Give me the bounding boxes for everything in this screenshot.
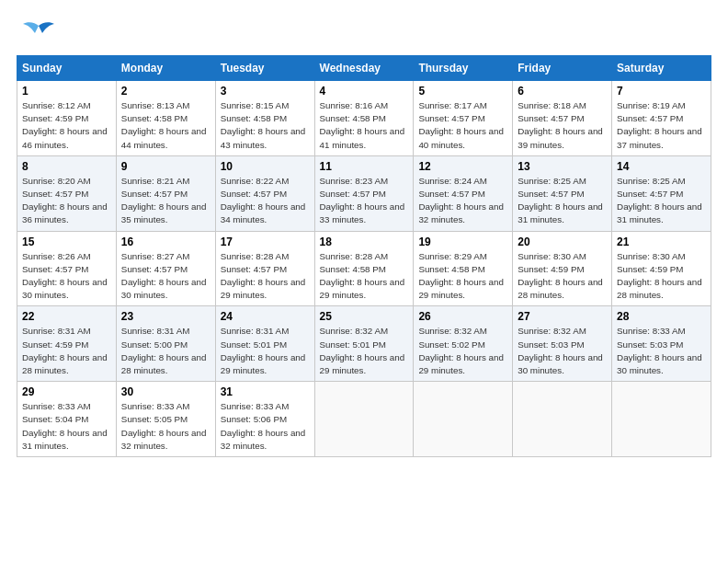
calendar-cell: 20 Sunrise: 8:30 AMSunset: 4:59 PMDaylig… [513,231,612,306]
weekday-header-thursday: Thursday [414,56,513,81]
calendar-cell: 18 Sunrise: 8:28 AMSunset: 4:58 PMDaylig… [314,231,414,306]
calendar-cell: 17 Sunrise: 8:28 AMSunset: 4:57 PMDaylig… [215,231,314,306]
day-info: Sunrise: 8:23 AMSunset: 4:57 PMDaylight:… [320,175,409,227]
day-number: 26 [418,310,507,323]
day-info: Sunrise: 8:31 AMSunset: 5:00 PMDaylight:… [121,325,210,377]
day-number: 14 [617,160,706,173]
day-info: Sunrise: 8:28 AMSunset: 4:58 PMDaylight:… [320,250,409,303]
calendar-cell: 9 Sunrise: 8:21 AMSunset: 4:57 PMDayligh… [116,155,215,231]
day-info: Sunrise: 8:30 AMSunset: 4:59 PMDaylight:… [518,250,607,303]
calendar-week-5: 29 Sunrise: 8:33 AMSunset: 5:04 PMDaylig… [17,382,711,457]
day-info: Sunrise: 8:27 AMSunset: 4:57 PMDaylight:… [121,250,210,303]
day-number: 10 [221,160,310,173]
day-number: 7 [617,85,706,98]
calendar-cell: 12 Sunrise: 8:24 AMSunset: 4:57 PMDaylig… [414,155,513,231]
day-info: Sunrise: 8:19 AMSunset: 4:57 PMDaylight:… [617,99,706,152]
day-info: Sunrise: 8:33 AMSunset: 5:05 PMDaylight:… [121,400,210,453]
calendar-cell: 3 Sunrise: 8:15 AMSunset: 4:58 PMDayligh… [215,81,314,156]
logo-bird-icon [22,20,55,46]
day-number: 22 [22,310,111,323]
day-number: 15 [22,236,111,248]
calendar-cell: 21 Sunrise: 8:30 AMSunset: 4:59 PMDaylig… [612,231,711,306]
calendar-cell: 1 Sunrise: 8:12 AMSunset: 4:59 PMDayligh… [17,81,117,156]
day-info: Sunrise: 8:25 AMSunset: 4:57 PMDaylight:… [617,175,706,227]
calendar-cell: 13 Sunrise: 8:25 AMSunset: 4:57 PMDaylig… [513,155,612,231]
calendar-cell: 10 Sunrise: 8:22 AMSunset: 4:57 PMDaylig… [215,155,314,231]
calendar-cell: 4 Sunrise: 8:16 AMSunset: 4:58 PMDayligh… [314,81,414,156]
day-info: Sunrise: 8:15 AMSunset: 4:58 PMDaylight:… [221,99,310,152]
day-info: Sunrise: 8:16 AMSunset: 4:58 PMDaylight:… [320,99,409,152]
calendar-cell: 23 Sunrise: 8:31 AMSunset: 5:00 PMDaylig… [116,306,215,382]
day-number: 27 [518,310,607,323]
day-number: 25 [320,310,409,323]
day-info: Sunrise: 8:31 AMSunset: 4:59 PMDaylight:… [22,325,111,377]
day-number: 1 [22,85,111,98]
calendar-cell: 22 Sunrise: 8:31 AMSunset: 4:59 PMDaylig… [17,306,117,382]
day-number: 9 [121,160,210,173]
weekday-header-friday: Friday [513,56,612,81]
calendar-cell: 7 Sunrise: 8:19 AMSunset: 4:57 PMDayligh… [612,81,711,156]
calendar-cell [314,382,414,457]
weekday-header-row: SundayMondayTuesdayWednesdayThursdayFrid… [17,56,711,81]
day-number: 2 [121,85,210,98]
day-number: 20 [518,236,607,248]
day-info: Sunrise: 8:30 AMSunset: 4:59 PMDaylight:… [617,250,706,303]
day-number: 30 [121,385,210,398]
calendar-cell: 2 Sunrise: 8:13 AMSunset: 4:58 PMDayligh… [116,81,215,156]
day-number: 5 [418,85,507,98]
day-info: Sunrise: 8:18 AMSunset: 4:57 PMDaylight:… [518,99,607,152]
calendar-cell: 29 Sunrise: 8:33 AMSunset: 5:04 PMDaylig… [17,382,117,457]
day-info: Sunrise: 8:33 AMSunset: 5:04 PMDaylight:… [22,400,111,453]
day-number: 4 [320,85,409,98]
day-number: 21 [617,236,706,248]
day-info: Sunrise: 8:12 AMSunset: 4:59 PMDaylight:… [22,99,111,152]
day-number: 6 [518,85,607,98]
calendar-cell [513,382,612,457]
day-number: 12 [418,160,507,173]
day-number: 28 [617,310,706,323]
day-info: Sunrise: 8:20 AMSunset: 4:57 PMDaylight:… [22,175,111,227]
calendar-cell: 16 Sunrise: 8:27 AMSunset: 4:57 PMDaylig… [116,231,215,306]
calendar-cell: 8 Sunrise: 8:20 AMSunset: 4:57 PMDayligh… [17,155,117,231]
day-number: 11 [320,160,409,173]
day-number: 16 [121,236,210,248]
calendar-week-4: 22 Sunrise: 8:31 AMSunset: 4:59 PMDaylig… [17,306,711,382]
weekday-header-tuesday: Tuesday [215,56,314,81]
calendar-body: 1 Sunrise: 8:12 AMSunset: 4:59 PMDayligh… [17,81,711,457]
calendar-cell: 14 Sunrise: 8:25 AMSunset: 4:57 PMDaylig… [612,155,711,231]
calendar-cell [612,382,711,457]
calendar-cell: 5 Sunrise: 8:17 AMSunset: 4:57 PMDayligh… [414,81,513,156]
calendar-week-2: 8 Sunrise: 8:20 AMSunset: 4:57 PMDayligh… [17,155,711,231]
calendar-table: SundayMondayTuesdayWednesdayThursdayFrid… [17,55,711,457]
header [17,17,711,46]
weekday-header-wednesday: Wednesday [314,56,414,81]
calendar-cell: 26 Sunrise: 8:32 AMSunset: 5:02 PMDaylig… [414,306,513,382]
day-info: Sunrise: 8:21 AMSunset: 4:57 PMDaylight:… [121,175,210,227]
calendar-cell [414,382,513,457]
weekday-header-sunday: Sunday [17,56,117,81]
day-number: 24 [221,310,310,323]
calendar-cell: 28 Sunrise: 8:33 AMSunset: 5:03 PMDaylig… [612,306,711,382]
day-number: 13 [518,160,607,173]
calendar-cell: 6 Sunrise: 8:18 AMSunset: 4:57 PMDayligh… [513,81,612,156]
calendar-cell: 15 Sunrise: 8:26 AMSunset: 4:57 PMDaylig… [17,231,117,306]
logo [17,20,55,46]
day-info: Sunrise: 8:24 AMSunset: 4:57 PMDaylight:… [418,175,507,227]
calendar-week-1: 1 Sunrise: 8:12 AMSunset: 4:59 PMDayligh… [17,81,711,156]
day-info: Sunrise: 8:32 AMSunset: 5:01 PMDaylight:… [320,325,409,377]
day-number: 31 [221,385,310,398]
day-number: 23 [121,310,210,323]
day-info: Sunrise: 8:28 AMSunset: 4:57 PMDaylight:… [221,250,310,303]
day-info: Sunrise: 8:17 AMSunset: 4:57 PMDaylight:… [418,99,507,152]
day-number: 8 [22,160,111,173]
calendar-cell: 11 Sunrise: 8:23 AMSunset: 4:57 PMDaylig… [314,155,414,231]
calendar-cell: 30 Sunrise: 8:33 AMSunset: 5:05 PMDaylig… [116,382,215,457]
day-number: 18 [320,236,409,248]
day-info: Sunrise: 8:13 AMSunset: 4:58 PMDaylight:… [121,99,210,152]
day-info: Sunrise: 8:26 AMSunset: 4:57 PMDaylight:… [22,250,111,303]
calendar-week-3: 15 Sunrise: 8:26 AMSunset: 4:57 PMDaylig… [17,231,711,306]
day-info: Sunrise: 8:33 AMSunset: 5:06 PMDaylight:… [221,400,310,453]
day-info: Sunrise: 8:29 AMSunset: 4:58 PMDaylight:… [418,250,507,303]
day-number: 17 [221,236,310,248]
weekday-header-saturday: Saturday [612,56,711,81]
